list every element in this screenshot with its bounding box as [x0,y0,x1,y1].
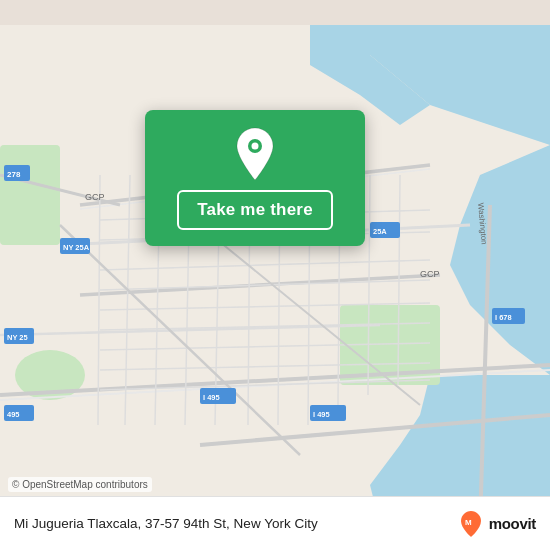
bottom-bar: Mi Jugueria Tlaxcala, 37-57 94th St, New… [0,496,550,550]
svg-text:GCP: GCP [420,269,440,279]
take-me-there-button[interactable]: Take me there [177,190,333,230]
svg-point-62 [252,143,259,150]
location-label: Mi Jugueria Tlaxcala, 37-57 94th St, New… [14,516,457,531]
map-container: GCP GCP GCP GCP 278 NY 25A 25A NY 25 I 4… [0,0,550,550]
svg-text:495: 495 [7,410,20,419]
svg-text:I 495: I 495 [203,393,220,402]
svg-text:I 495: I 495 [313,410,330,419]
moovit-wordmark: moovit [489,515,536,532]
map-attribution: © OpenStreetMap contributors [8,477,152,492]
svg-text:GCP: GCP [85,192,105,202]
moovit-pin-icon: M [457,510,485,538]
svg-text:I 678: I 678 [495,313,512,322]
svg-rect-6 [0,145,60,245]
svg-text:NY 25: NY 25 [7,333,28,342]
pin-icon [229,128,281,180]
svg-text:278: 278 [7,170,21,179]
map-background: GCP GCP GCP GCP 278 NY 25A 25A NY 25 I 4… [0,0,550,550]
moovit-logo: M moovit [457,510,536,538]
svg-text:NY 25A: NY 25A [63,243,90,252]
svg-text:M: M [465,518,472,527]
svg-text:25A: 25A [373,227,387,236]
navigation-card: Take me there [145,110,365,246]
